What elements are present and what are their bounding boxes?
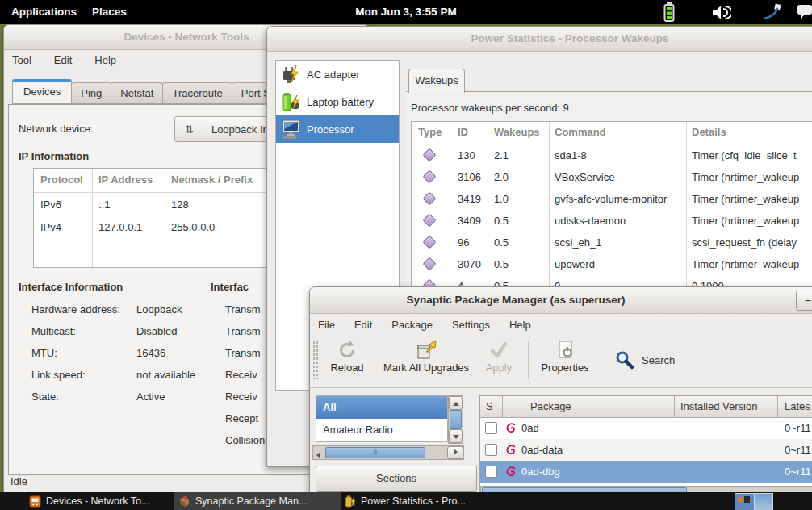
loopback-icon: ⇅ bbox=[185, 123, 194, 136]
package-row[interactable]: 0ad-dbg 0~r11 bbox=[480, 461, 812, 483]
menu-edit[interactable]: Edit bbox=[354, 319, 372, 331]
iface-label: MTU: bbox=[31, 347, 57, 359]
synaptic-menubar: File Edit Package Settings Help bbox=[318, 319, 531, 331]
category-amateur-radio[interactable]: Amateur Radio bbox=[316, 419, 447, 441]
table-row[interactable]: 3070 0.5 upowerd Timer (hrtimer_wakeup bbox=[412, 253, 812, 275]
col-id[interactable]: ID bbox=[458, 126, 468, 138]
category-all[interactable]: All bbox=[316, 396, 447, 419]
col-command[interactable]: Command bbox=[555, 126, 606, 138]
scroll-down-button[interactable] bbox=[449, 429, 463, 443]
list-item-laptop-battery[interactable]: Laptop battery bbox=[276, 88, 399, 115]
menu-file[interactable]: File bbox=[318, 319, 335, 331]
col-type[interactable]: Type bbox=[418, 126, 442, 138]
tab-wakeups[interactable]: Wakeups bbox=[408, 69, 465, 93]
col-wakeups[interactable]: Wakeups bbox=[494, 126, 540, 138]
package-checkbox[interactable] bbox=[485, 444, 497, 456]
menu-edit[interactable]: Edit bbox=[54, 54, 72, 66]
input-pen-icon[interactable] bbox=[762, 3, 781, 24]
synaptic-titlebar[interactable]: Synaptic Package Manager (as superuser) … bbox=[310, 287, 812, 314]
debian-icon bbox=[504, 466, 517, 478]
ip-col-netmask[interactable]: Netmask / Prefix bbox=[171, 173, 253, 186]
package-checkbox[interactable] bbox=[485, 422, 497, 434]
tab-wakeups-label: Wakeups bbox=[415, 74, 458, 86]
category-hscrollbar[interactable]: ⦀ bbox=[312, 445, 464, 460]
power-statistics-titlebar[interactable]: Power Statistics - Processor Wakeups bbox=[267, 27, 812, 52]
apply-button[interactable]: Apply bbox=[476, 336, 521, 384]
sections-button[interactable]: Sections bbox=[316, 466, 477, 492]
col-package[interactable]: Package bbox=[530, 400, 571, 412]
search-button[interactable]: Search bbox=[615, 336, 675, 384]
workspace-1[interactable] bbox=[735, 494, 754, 510]
minimize-button[interactable]: – bbox=[796, 291, 812, 311]
taskbar-item-power-statistics[interactable]: Power Statistics - Pro... bbox=[339, 492, 504, 510]
cell-wakeups: 2.1 bbox=[494, 149, 509, 161]
menu-tool[interactable]: Tool bbox=[12, 54, 31, 66]
power-statistics-title: Power Statistics - Processor Wakeups bbox=[471, 32, 669, 44]
taskbar-item-synaptic[interactable]: Synaptic Package Man... bbox=[174, 492, 341, 510]
menu-settings[interactable]: Settings bbox=[452, 319, 490, 331]
package-checkbox[interactable] bbox=[485, 466, 497, 478]
tab-ping[interactable]: Ping bbox=[71, 82, 111, 104]
col-installed[interactable]: Installed Version bbox=[680, 400, 757, 412]
ip-col-protocol[interactable]: Protocol bbox=[40, 173, 83, 186]
reload-button[interactable]: Reload bbox=[318, 336, 376, 384]
scroll-left-button[interactable] bbox=[316, 449, 320, 461]
hscroll-thumb[interactable]: ⦀ bbox=[325, 447, 425, 458]
ac-adapter-icon bbox=[281, 65, 300, 84]
table-row[interactable]: 130 2.1 sda1-8 Timer (cfq_idle_slice_t bbox=[412, 144, 812, 166]
workspace-switcher[interactable] bbox=[735, 493, 773, 510]
volume-icon[interactable] bbox=[712, 5, 731, 23]
chat-icon[interactable] bbox=[797, 5, 812, 22]
top-panel: Applications Places Mon Jun 3, 3:55 PM bbox=[0, 0, 812, 24]
taskbar-item-label: Synaptic Package Man... bbox=[195, 495, 307, 507]
package-latest: 0~r11 bbox=[785, 466, 811, 478]
arrow-down-icon bbox=[453, 435, 459, 439]
cell-wakeups: 0.5 bbox=[494, 215, 509, 227]
package-row[interactable]: 0ad 0~r11 bbox=[480, 417, 812, 439]
scroll-right-button[interactable] bbox=[447, 446, 463, 459]
table-row[interactable]: 3419 1.0 gvfs-afc-volume-monitor Timer (… bbox=[412, 188, 812, 210]
col-status[interactable]: S bbox=[486, 400, 493, 412]
iface-value: Active bbox=[136, 391, 165, 403]
desktop: Devices - Network Tools Tool Edit Help D… bbox=[0, 0, 812, 510]
menu-package[interactable]: Package bbox=[391, 319, 433, 331]
window-synaptic: Synaptic Package Manager (as superuser) … bbox=[309, 286, 812, 496]
ip-protocol: IPv6 bbox=[40, 199, 61, 211]
list-item-ac-adapter[interactable]: AC adapter bbox=[276, 61, 399, 88]
wakeup-type-icon bbox=[423, 236, 437, 249]
panel-clock[interactable]: Mon Jun 3, 3:55 PM bbox=[0, 0, 812, 24]
list-item-processor[interactable]: Processor bbox=[276, 115, 399, 143]
col-latest[interactable]: Lates bbox=[785, 400, 810, 412]
taskbar-item-network-tools[interactable]: Devices - Network To... bbox=[24, 492, 179, 510]
cell-id: 130 bbox=[458, 149, 475, 161]
table-row[interactable]: 3106 2.0 VBoxService Timer (hrtimer_wake… bbox=[412, 166, 812, 188]
properties-button[interactable]: Properties bbox=[536, 336, 594, 384]
workspace-2[interactable] bbox=[754, 494, 773, 510]
tab-netstat[interactable]: Netstat bbox=[111, 82, 163, 104]
package-name: 0ad-data bbox=[521, 444, 563, 456]
menu-help[interactable]: Help bbox=[509, 319, 531, 331]
network-device-label: Network device: bbox=[19, 123, 93, 135]
mark-all-upgrades-button[interactable]: Mark All Upgrades bbox=[379, 336, 473, 384]
battery-icon[interactable] bbox=[663, 2, 675, 24]
statusbar-text: Idle bbox=[10, 475, 27, 487]
package-row[interactable]: 0ad-data 0~r11 bbox=[480, 439, 812, 461]
table-row[interactable]: 3409 0.5 udisks-daemon Timer (hrtimer_wa… bbox=[412, 210, 812, 232]
properties-icon bbox=[536, 336, 594, 362]
col-details[interactable]: Details bbox=[692, 126, 726, 138]
debian-icon bbox=[504, 422, 517, 434]
wakeups-summary: Processor wakeups per second: 9 bbox=[411, 102, 569, 114]
tab-traceroute[interactable]: Traceroute bbox=[162, 82, 232, 104]
package-list: S Package Installed Version Lates 0ad 0~… bbox=[479, 395, 812, 496]
debian-icon bbox=[504, 444, 517, 456]
tab-devices[interactable]: Devices bbox=[12, 79, 72, 104]
category-vscrollbar[interactable] bbox=[448, 395, 463, 444]
package-name: 0ad bbox=[521, 422, 539, 434]
table-row[interactable]: 96 0.5 scsi_eh_1 scsi_request_fn (delay bbox=[412, 232, 812, 253]
menu-help[interactable]: Help bbox=[94, 54, 116, 66]
cell-details: Timer (hrtimer_wakeup bbox=[692, 215, 799, 227]
vscroll-thumb[interactable] bbox=[450, 410, 462, 429]
ip-col-address[interactable]: IP Address bbox=[98, 173, 153, 186]
scroll-up-button[interactable] bbox=[449, 396, 463, 410]
wakeup-type-icon bbox=[423, 257, 437, 271]
